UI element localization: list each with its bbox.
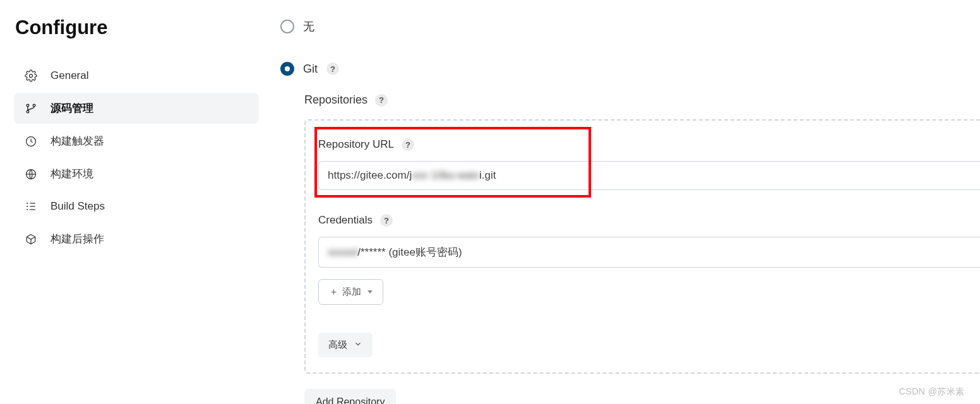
repository-block: Repository URL ? https://gitee.com/jxxx … <box>304 119 980 374</box>
svg-point-2 <box>27 110 29 113</box>
clock-icon <box>24 134 38 148</box>
sidebar-item-triggers[interactable]: 构建触发器 <box>14 126 259 157</box>
sidebar-item-label: General <box>51 69 88 82</box>
branch-icon <box>24 102 38 116</box>
sidebar-item-label: 构建环境 <box>51 167 93 181</box>
credentials-label: Credentials ? <box>318 214 980 227</box>
advanced-button[interactable]: 高级 <box>318 333 373 357</box>
chevron-down-icon <box>354 340 362 350</box>
add-repository-button[interactable]: Add Repository <box>304 389 396 404</box>
svg-point-3 <box>33 104 35 107</box>
radio-label: 无 <box>303 19 314 34</box>
sidebar-item-scm[interactable]: 源码管理 <box>14 93 259 124</box>
help-icon[interactable]: ? <box>375 94 388 107</box>
radio-none[interactable] <box>280 20 294 33</box>
page-title: Configure <box>15 16 259 39</box>
radio-git[interactable] <box>280 62 294 76</box>
globe-icon <box>24 167 38 181</box>
package-icon <box>24 232 38 246</box>
help-icon[interactable]: ? <box>326 62 339 75</box>
watermark: CSDN @苏米素 <box>899 386 965 398</box>
radio-label: Git <box>303 62 318 76</box>
sidebar-item-label: Build Steps <box>51 200 105 213</box>
sidebar-item-build-steps[interactable]: Build Steps <box>14 191 259 222</box>
help-icon[interactable]: ? <box>380 214 393 227</box>
svg-point-6 <box>27 203 28 204</box>
repo-url-input[interactable]: https://gitee.com/jxxx 1/ibu-waixi.git <box>318 161 980 190</box>
scm-option-git[interactable]: Git ? <box>280 62 980 76</box>
sidebar-item-post-build[interactable]: 构建后操作 <box>14 223 259 254</box>
sidebar-item-label: 构建触发器 <box>51 134 104 148</box>
svg-point-8 <box>27 209 28 210</box>
main-content: 无 Git ? Repositories ? Repository URL ? … <box>265 0 980 404</box>
svg-point-1 <box>27 104 29 107</box>
sidebar: Configure General 源码管理 构建触发器 构建环境 <box>0 0 265 404</box>
sidebar-item-label: 构建后操作 <box>51 232 104 246</box>
sidebar-item-label: 源码管理 <box>51 101 93 116</box>
svg-point-7 <box>27 206 28 207</box>
scm-option-none[interactable]: 无 <box>280 19 980 34</box>
credentials-select[interactable]: xxxxol/****** (gitee账号密码) <box>318 237 980 268</box>
repositories-heading: Repositories ? <box>304 93 980 107</box>
help-icon[interactable]: ? <box>402 138 414 151</box>
add-credentials-button[interactable]: ＋ 添加 <box>318 279 383 305</box>
sidebar-item-env[interactable]: 构建环境 <box>14 158 259 189</box>
plus-icon: ＋ <box>329 286 338 298</box>
repo-url-label: Repository URL ? <box>318 138 980 151</box>
gear-icon <box>24 69 38 83</box>
chevron-down-icon <box>368 290 373 294</box>
svg-point-0 <box>30 74 33 78</box>
steps-icon <box>24 199 38 213</box>
sidebar-item-general[interactable]: General <box>14 61 259 91</box>
